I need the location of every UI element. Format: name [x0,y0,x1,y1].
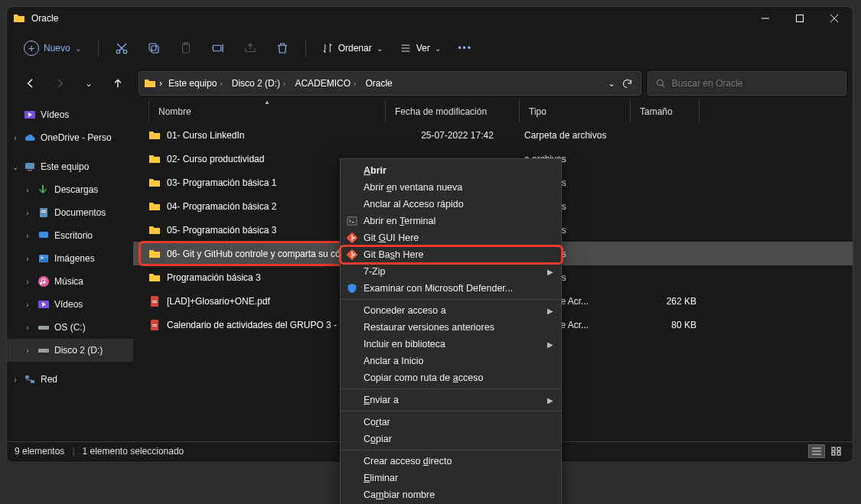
file-name: Calendario de actividades del GRUPO 3 - … [167,320,354,330]
expand-icon[interactable]: › [22,278,33,286]
svg-rect-30 [31,380,34,383]
doc-icon [38,206,50,219]
expand-icon[interactable]: › [10,376,21,384]
expand-icon[interactable]: › [22,255,33,263]
col-type[interactable]: Tipo [520,100,631,122]
breadcrumb-segment[interactable]: ACADEMICO› [292,76,359,90]
forward-button[interactable] [48,72,71,95]
shield-icon [345,281,359,295]
search-input[interactable] [672,78,838,89]
breadcrumb-segment[interactable]: Oracle [362,76,395,90]
svg-rect-39 [832,452,835,455]
drive-icon [38,344,50,356]
expand-icon[interactable]: › [22,232,33,240]
menu-label: Cortar [364,417,390,428]
context-menu-item[interactable]: Incluir en biblioteca▶ [341,336,561,353]
drive-icon [38,321,50,333]
breadcrumb-segment[interactable]: Disco 2 (D:)› [229,76,289,90]
view-button[interactable]: Ver ⌄ [393,39,447,57]
svg-point-21 [41,257,44,259]
sidebar-item-label: Imágenes [54,253,95,264]
recent-button[interactable]: ⌄ [77,72,100,95]
context-menu-item[interactable]: Abrir en ventana nueva [341,179,561,196]
expand-icon[interactable]: › [22,324,33,332]
copy-button[interactable] [140,34,168,62]
expand-icon[interactable]: › [22,186,33,194]
context-menu-item[interactable]: Copiar como ruta de acceso [341,369,561,386]
rename-button[interactable] [204,34,232,62]
expand-icon[interactable]: › [10,134,21,142]
context-menu-item[interactable]: Eliminar [341,470,561,486]
column-headers: ▲Nombre Fecha de modificación Tipo Tamañ… [133,100,853,123]
paste-button[interactable] [172,34,200,62]
context-menu-item[interactable]: Crear acceso directo [341,453,561,470]
context-menu-item[interactable]: Restaurar versiones anteriores [341,319,561,336]
close-button[interactable] [817,7,851,30]
search-bar[interactable] [647,71,846,96]
context-menu-item[interactable]: Abrir en Terminal [341,213,561,229]
refresh-button[interactable] [621,78,633,89]
maximize-button[interactable] [782,7,817,30]
col-date[interactable]: Fecha de modificación [386,100,520,122]
delete-button[interactable] [269,34,296,62]
context-menu-item[interactable]: Git GUI Here [341,229,561,246]
sidebar-item[interactable]: ⌄Este equipo [7,155,133,178]
sidebar-item[interactable]: ›Vídeos [7,293,133,316]
sidebar-item-label: Música [54,276,83,287]
sidebar-item[interactable]: ›Descargas [7,178,133,201]
sidebar-item[interactable]: ›Imágenes [7,247,133,270]
menu-label: Crear acceso directo [364,456,452,467]
back-button[interactable] [19,72,42,95]
col-name[interactable]: ▲Nombre [148,100,386,122]
context-menu-item[interactable]: Abrir [341,162,561,179]
menu-label: Anclar a Inicio [364,356,424,366]
sidebar-item[interactable]: ›Música [7,270,133,293]
new-button[interactable]: + Nuevo ⌄ [16,37,89,59]
expand-icon[interactable]: › [22,301,33,309]
context-menu-item[interactable]: Cortar [341,414,561,431]
sidebar-item[interactable]: ›OS (C:) [7,316,133,339]
context-menu-item[interactable]: Copiar [341,431,561,447]
chevron-right-icon: › [283,80,285,88]
chevron-down-icon[interactable]: ⌄ [608,78,615,89]
folder-icon [144,77,156,89]
breadcrumb-segment[interactable]: Este equipo› [165,76,226,90]
sort-up-icon: ▲ [264,99,270,106]
context-menu-item[interactable]: Anclar a Inicio [341,353,561,369]
sidebar-item[interactable]: ›OneDrive - Perso [7,126,133,149]
expand-icon[interactable]: ⌄ [10,163,21,171]
context-menu-item[interactable]: Git Bash Here [341,246,561,263]
sidebar-item[interactable]: ›Red [7,368,133,391]
context-menu-item[interactable]: Examinar con Microsoft Defender... [341,280,561,297]
sidebar-item[interactable]: Vídeos [7,103,133,126]
sidebar-item[interactable]: ›Disco 2 (D:) [7,339,133,362]
sidebar-item[interactable]: ›Documentos [7,201,133,224]
sidebar-item-label: Este equipo [41,161,89,172]
view-switcher [808,444,845,458]
share-button[interactable] [236,34,264,62]
context-menu-item[interactable]: Anclar al Acceso rápido [341,196,561,213]
expand-icon[interactable]: › [22,346,33,355]
context-menu-item[interactable]: 7-Zip▶ [341,263,561,280]
down-icon [38,184,50,196]
svg-rect-35 [152,324,157,325]
minimize-button[interactable] [748,7,782,30]
titlebar[interactable]: Oracle [7,7,853,30]
address-bar[interactable]: › Este equipo› Disco 2 (D:)› ACADEMICO› … [139,71,641,96]
cut-button[interactable] [108,34,135,62]
sidebar-item-label: Red [41,374,57,385]
details-view-button[interactable] [808,444,825,458]
expand-icon[interactable]: › [22,209,33,217]
col-size[interactable]: Tamaño [631,100,700,122]
view-label: Ver [416,43,430,54]
up-button[interactable] [106,72,129,95]
context-menu-item[interactable]: Conceder acceso a▶ [341,302,561,319]
file-row[interactable]: 01- Curso LinkedIn25-07-2022 17:42Carpet… [133,123,853,147]
context-menu-item[interactable]: Enviar a▶ [341,392,561,408]
icons-view-button[interactable] [828,444,845,458]
sort-button[interactable]: Ordenar ⌄ [315,39,389,57]
file-name: 05- Programación básica 3 [167,225,276,236]
sidebar-item[interactable]: ›Escritorio [7,224,133,247]
more-button[interactable]: ••• [452,34,479,62]
context-menu-item[interactable]: Cambiar nombre [341,486,561,503]
